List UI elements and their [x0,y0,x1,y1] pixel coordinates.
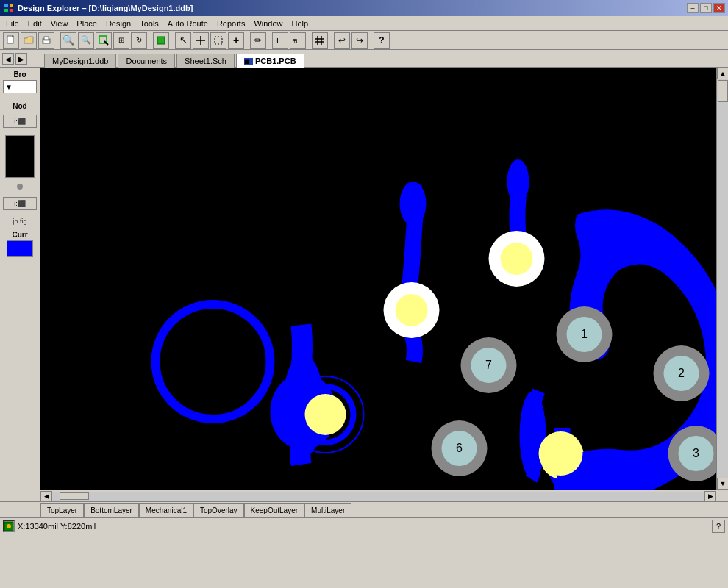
main-layout: Bro ▼ Nod i:⬛ i:⬛ jn fig Curr [0,68,728,490]
tb-zoom-area[interactable] [96,32,112,49]
svg-point-26 [305,394,346,435]
menu-help[interactable]: Help [288,18,313,29]
svg-point-60 [539,431,583,476]
svg-point-32 [396,294,428,326]
config-row1: i:⬛ [3,115,37,128]
curr-color-swatch [7,240,33,257]
layer-tab-topoverlay[interactable]: TopOverlay [193,503,244,517]
status-coords: X:13340mil Y:8220mil [18,522,96,531]
jnfig-label: jn fig [1,218,38,225]
menu-reports[interactable]: Reports [213,18,250,29]
tb-zoom-out[interactable]: 🔍 [78,32,94,49]
svg-text:⊞: ⊞ [293,37,297,45]
tb-pencil[interactable]: ✏ [250,32,266,49]
menu-view[interactable]: View [46,18,73,29]
menu-bar: File Edit View Place Design Tools Auto R… [0,16,728,31]
hscroll-right-button[interactable]: ▶ [704,491,716,501]
layer-tab-toplayer[interactable]: TopLayer [40,503,84,517]
status-bar: X:13340mil Y:8220mil ? [0,517,728,534]
svg-point-59 [520,391,546,479]
browse-dropdown[interactable]: ▼ [3,80,37,93]
node-label: Nod [1,102,38,110]
tab-pcb1pcb[interactable]: ▦PCB1.PCB [236,54,304,68]
svg-point-62 [7,524,11,528]
hscroll-track[interactable] [52,492,704,501]
tab-nav-left[interactable]: ◀ [2,53,14,65]
hscroll-thumb[interactable] [60,492,89,500]
scroll-down-button[interactable]: ▼ [717,478,728,490]
svg-text:6: 6 [456,442,463,454]
tb-green-sq[interactable] [153,32,169,49]
layer-tab-bottomlayer[interactable]: BottomLayer [84,503,139,517]
tb-rect-sel[interactable] [210,32,226,49]
scroll-up-button[interactable]: ▲ [717,68,728,79]
tab-nav-right[interactable]: ▶ [15,53,27,65]
tb-undo[interactable]: ↩ [334,32,350,49]
status-help-icon[interactable]: ? [712,520,725,533]
tab-documents[interactable]: Documents [118,54,175,68]
svg-rect-11 [157,37,165,44]
tb-print[interactable] [38,32,54,49]
tb-zoom-all[interactable]: ⊞ [113,32,129,49]
svg-text:3: 3 [693,447,699,459]
window-controls: – □ ✕ [687,3,725,13]
layer-tabs: TopLayer BottomLayer Mechanical1 TopOver… [0,501,728,517]
tb-zoom-in[interactable]: 🔍 [60,32,76,49]
left-panel: Bro ▼ Nod i:⬛ i:⬛ jn fig Curr [0,68,40,490]
tb-cross[interactable] [193,32,209,49]
tb-hash[interactable] [312,32,328,49]
browse-label: Bro [1,71,38,79]
menu-file[interactable]: File [1,18,24,29]
svg-rect-14 [215,37,222,44]
layer-tab-mechanical1[interactable]: Mechanical1 [139,503,193,517]
vertical-scrollbar[interactable]: ▲ ▼ [716,68,728,490]
svg-text:Ⅱ: Ⅱ [275,37,279,45]
color-swatch-black [5,135,35,178]
menu-edit[interactable]: Edit [24,18,46,29]
tab-mydesign[interactable]: MyDesign1.ddb [44,54,116,68]
minimize-button[interactable]: – [687,3,699,13]
indicator-dot [17,184,23,190]
tb-drc1[interactable]: Ⅱ [272,32,288,49]
menu-window[interactable]: Window [249,18,287,29]
status-left: X:13340mil Y:8220mil [3,520,712,532]
menu-place[interactable]: Place [72,18,101,29]
tab-bar: ◀ ▶ MyDesign1.ddb Documents Sheet1.Sch ▦… [0,50,728,68]
hscroll-left-button[interactable]: ◀ [40,491,52,501]
pcb-tab-icon: ▦ [244,58,253,65]
tb-cursor[interactable]: ↖ [175,32,191,49]
svg-rect-8 [44,41,49,43]
pcb-canvas[interactable]: 1 2 3 4 5 6 [40,68,716,490]
tb-refresh[interactable]: ↻ [131,32,147,49]
tb-open[interactable] [21,32,37,49]
pcb-svg: 1 2 3 4 5 6 [40,68,716,490]
tb-help[interactable]: ? [374,32,390,49]
scroll-track[interactable] [717,79,728,478]
menu-tools[interactable]: Tools [135,18,163,29]
tb-drc2[interactable]: ⊞ [290,32,306,49]
menu-design[interactable]: Design [101,18,135,29]
layer-tab-keepout[interactable]: KeepOutLayer [244,503,305,517]
svg-point-33 [507,159,529,204]
svg-point-30 [402,184,425,208]
window-title: Design Explorer – [D:\liqiang\MyDesign1.… [18,4,687,12]
tb-redo[interactable]: ↪ [351,32,368,49]
layer-tab-multilayer[interactable]: MultiLayer [304,503,351,517]
curr-label: Curr [1,231,38,239]
scroll-thumb[interactable] [718,80,728,102]
horizontal-scrollbar[interactable]: ◀ ▶ [0,490,728,501]
app-icon [3,2,15,14]
svg-text:2: 2 [678,367,685,379]
svg-text:7: 7 [485,359,492,371]
maximize-button[interactable]: □ [700,3,712,13]
title-bar: Design Explorer – [D:\liqiang\MyDesign1.… [0,0,728,16]
tb-new[interactable] [3,32,19,49]
close-button[interactable]: ✕ [713,3,725,13]
svg-rect-2 [4,9,8,12]
status-right: ? [712,520,725,533]
config-row2: i:⬛ [3,197,37,210]
menu-autoroute[interactable]: Auto Route [163,18,213,29]
svg-rect-3 [10,9,13,12]
tab-sheet1sch[interactable]: Sheet1.Sch [176,54,235,68]
tb-plus[interactable]: + [228,32,244,49]
